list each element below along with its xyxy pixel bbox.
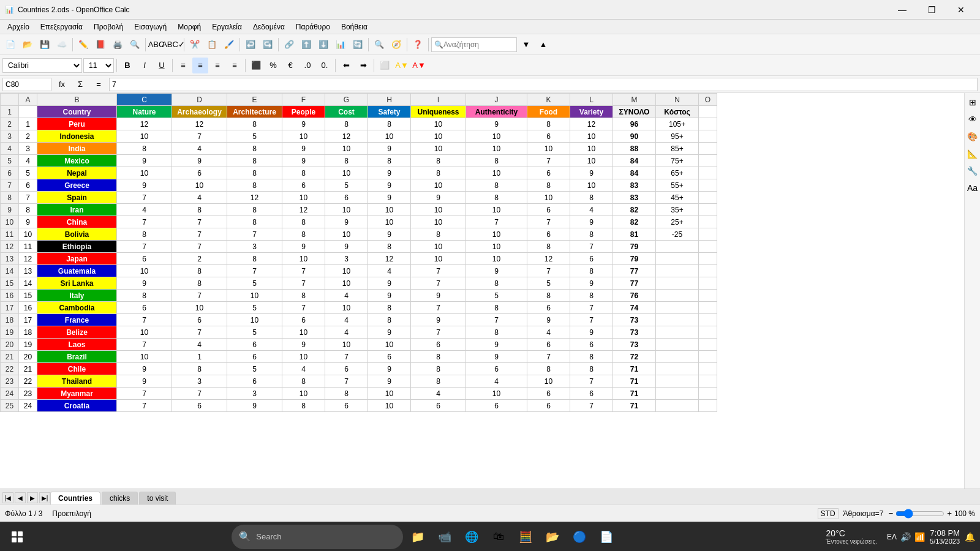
sheet-nav-next[interactable]: ▶ xyxy=(27,492,38,503)
cell-F3[interactable]: 10 xyxy=(282,130,325,143)
cell-J11[interactable]: 10 xyxy=(466,228,527,241)
menu-file[interactable]: Αρχείο xyxy=(2,21,34,32)
cell-G6[interactable]: 10 xyxy=(325,167,368,179)
cell-A20[interactable]: 19 xyxy=(19,339,37,351)
cell-D5[interactable]: 9 xyxy=(172,155,227,167)
cell-E20[interactable]: 6 xyxy=(227,339,282,351)
col-H[interactable]: H xyxy=(368,94,411,106)
cell-N24[interactable] xyxy=(656,388,699,400)
cell-G12[interactable]: 9 xyxy=(325,241,368,253)
cell-F24[interactable]: 10 xyxy=(282,388,325,400)
cell-N9[interactable]: 35+ xyxy=(656,204,699,216)
cell-B16[interactable]: Italy xyxy=(37,290,117,302)
cell-H21[interactable]: 6 xyxy=(368,351,411,363)
cell-K5[interactable]: 7 xyxy=(527,155,570,167)
cell-D1[interactable]: Archaeology xyxy=(172,106,227,118)
cell-N18[interactable] xyxy=(656,314,699,326)
cell-I1[interactable]: Uniqueness xyxy=(411,106,466,118)
cell-I23[interactable]: 8 xyxy=(411,375,466,388)
cell-K14[interactable]: 7 xyxy=(527,265,570,277)
cell-E22[interactable]: 5 xyxy=(227,363,282,375)
start-button[interactable] xyxy=(5,525,29,549)
cell-D18[interactable]: 6 xyxy=(172,314,227,326)
cell-E6[interactable]: 8 xyxy=(227,167,282,179)
cell-H3[interactable]: 10 xyxy=(368,130,411,143)
cell-J18[interactable]: 7 xyxy=(466,314,527,326)
cell-A4[interactable]: 3 xyxy=(19,143,37,155)
col-J[interactable]: J xyxy=(466,94,527,106)
cell-N4[interactable]: 85+ xyxy=(656,143,699,155)
sidebar-btn-4[interactable]: 📐 xyxy=(966,147,979,160)
cell-M24[interactable]: 71 xyxy=(613,388,656,400)
cell-L9[interactable]: 4 xyxy=(570,204,613,216)
taskbar-folder-icon[interactable]: 📂 xyxy=(540,525,565,549)
cell-D13[interactable]: 2 xyxy=(172,253,227,265)
cell-F10[interactable]: 8 xyxy=(282,216,325,228)
cell-F1[interactable]: People xyxy=(282,106,325,118)
cell-A6[interactable]: 5 xyxy=(19,167,37,179)
cell-G20[interactable]: 10 xyxy=(325,339,368,351)
cell-C15[interactable]: 9 xyxy=(117,277,172,290)
align-right-btn[interactable]: ≡ xyxy=(209,58,225,73)
col-M[interactable]: M xyxy=(613,94,656,106)
cell-N10[interactable]: 25+ xyxy=(656,216,699,228)
col-N[interactable]: N xyxy=(656,94,699,106)
cell-H2[interactable]: 8 xyxy=(368,118,411,130)
cell-D25[interactable]: 6 xyxy=(172,400,227,412)
weather-widget[interactable]: 20°C Έντονες νεφώσεις. xyxy=(821,528,882,545)
cell-I16[interactable]: 9 xyxy=(411,290,466,302)
cell-N25[interactable] xyxy=(656,400,699,412)
cell-D3[interactable]: 7 xyxy=(172,130,227,143)
cell-L15[interactable]: 9 xyxy=(570,277,613,290)
cell-D19[interactable]: 7 xyxy=(172,326,227,339)
cell-K17[interactable]: 6 xyxy=(527,302,570,314)
cell-E21[interactable]: 6 xyxy=(227,351,282,363)
cell-G15[interactable]: 10 xyxy=(325,277,368,290)
maximize-button[interactable]: ❐ xyxy=(918,1,946,19)
cell-H12[interactable]: 8 xyxy=(368,241,411,253)
cell-H24[interactable]: 10 xyxy=(368,388,411,400)
cell-J10[interactable]: 7 xyxy=(466,216,527,228)
cell-N6[interactable]: 65+ xyxy=(656,167,699,179)
navigator-btn[interactable]: 🧭 xyxy=(388,37,404,53)
cell-D9[interactable]: 8 xyxy=(172,204,227,216)
open-btn[interactable]: 📂 xyxy=(20,37,36,53)
menu-window[interactable]: Παράθυρο xyxy=(291,21,335,32)
cell-N15[interactable] xyxy=(656,277,699,290)
cell-H10[interactable]: 10 xyxy=(368,216,411,228)
cell-N14[interactable] xyxy=(656,265,699,277)
taskbar-chrome-icon[interactable]: 🔵 xyxy=(567,525,592,549)
cell-G18[interactable]: 4 xyxy=(325,314,368,326)
cell-G17[interactable]: 10 xyxy=(325,302,368,314)
percent-btn[interactable]: % xyxy=(265,58,281,73)
cell-L5[interactable]: 10 xyxy=(570,155,613,167)
col-E[interactable]: E xyxy=(227,94,282,106)
cell-A24[interactable]: 23 xyxy=(19,388,37,400)
cell-N19[interactable] xyxy=(656,326,699,339)
sheet-nav-last[interactable]: ▶| xyxy=(39,492,50,503)
cell-C8[interactable]: 7 xyxy=(117,192,172,204)
cell-E2[interactable]: 8 xyxy=(227,118,282,130)
menu-insert[interactable]: Εισαγωγή xyxy=(129,21,172,32)
cell-K1[interactable]: Food xyxy=(527,106,570,118)
cell-L16[interactable]: 8 xyxy=(570,290,613,302)
cell-C6[interactable]: 10 xyxy=(117,167,172,179)
cell-J7[interactable]: 8 xyxy=(466,179,527,192)
cell-N21[interactable] xyxy=(656,351,699,363)
cell-L12[interactable]: 7 xyxy=(570,241,613,253)
cell-B23[interactable]: Thailand xyxy=(37,375,117,388)
cell-K25[interactable]: 6 xyxy=(527,400,570,412)
cell-K13[interactable]: 12 xyxy=(527,253,570,265)
cell-L19[interactable]: 9 xyxy=(570,326,613,339)
cell-B22[interactable]: Chile xyxy=(37,363,117,375)
cell-J16[interactable]: 5 xyxy=(466,290,527,302)
cell-A3[interactable]: 2 xyxy=(19,130,37,143)
cell-A15[interactable]: 14 xyxy=(19,277,37,290)
cell-L11[interactable]: 8 xyxy=(570,228,613,241)
clone-fmt-btn[interactable]: 🖌️ xyxy=(221,37,237,53)
cell-B11[interactable]: Bolivia xyxy=(37,228,117,241)
font-size-select[interactable]: 11 xyxy=(83,58,114,73)
cell-G7[interactable]: 5 xyxy=(325,179,368,192)
cell-M18[interactable]: 73 xyxy=(613,314,656,326)
cell-A2[interactable]: 1 xyxy=(19,118,37,130)
